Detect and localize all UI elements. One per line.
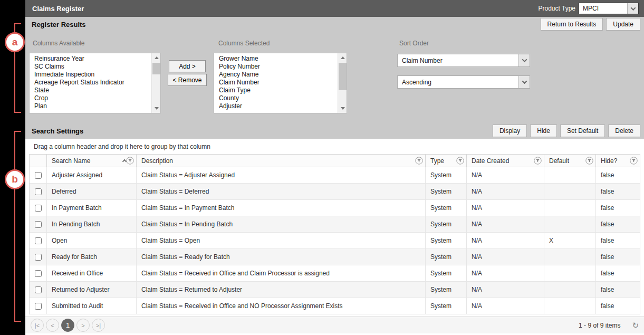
table-body: Adjuster AssignedClaim Status = Adjuster… <box>30 167 640 314</box>
next-page-button[interactable]: > <box>76 319 90 332</box>
row-checkbox[interactable] <box>35 221 42 228</box>
listbox-option[interactable]: State <box>34 87 151 94</box>
row-checkbox[interactable] <box>35 286 42 293</box>
scroll-up-icon[interactable] <box>338 53 347 62</box>
column-header-search-name[interactable]: Search Name <box>47 155 137 167</box>
listbox-option[interactable]: Policy Number <box>219 63 338 71</box>
scrollbar-thumb[interactable] <box>339 63 347 90</box>
listbox-option[interactable]: Claim Type <box>219 87 338 94</box>
delete-button[interactable]: Delete <box>608 125 640 137</box>
current-page-button[interactable]: 1 <box>61 319 74 332</box>
table-row[interactable]: In Payment BatchClaim Status = In Paymen… <box>30 200 640 216</box>
sort-direction-select[interactable]: Ascending <box>397 75 530 89</box>
listbox-option[interactable]: Crop <box>34 94 151 102</box>
cell-description: Claim Status = Open <box>137 233 426 248</box>
listbox-option[interactable]: Acreage Report Status Indicator <box>34 79 151 87</box>
set-default-button[interactable]: Set Default <box>560 125 605 137</box>
select-all-header-cell[interactable] <box>30 155 47 167</box>
listbox-option[interactable]: Reinsurance Year <box>34 55 151 63</box>
row-checkbox[interactable] <box>35 254 42 261</box>
listbox-option[interactable]: Claim Number <box>219 79 338 87</box>
group-by-drop-zone[interactable]: Drag a column header and drop it here to… <box>29 139 640 155</box>
prev-page-button[interactable]: < <box>46 319 59 332</box>
listbox-option[interactable]: SC Claims <box>34 63 151 71</box>
filter-icon[interactable] <box>456 157 464 165</box>
cell-date-created: N/A <box>467 167 544 183</box>
row-checkbox[interactable] <box>35 303 42 310</box>
listbox-option[interactable]: Grower Name <box>219 55 338 63</box>
product-type-select[interactable]: MPCI <box>579 3 639 14</box>
row-checkbox-cell <box>30 216 47 232</box>
columns-available-listbox[interactable]: Reinsurance YearSC ClaimsImmediate Inspe… <box>29 53 161 113</box>
filter-icon[interactable] <box>585 157 593 165</box>
cell-default <box>544 282 596 298</box>
return-to-results-button[interactable]: Return to Results <box>541 18 603 31</box>
filter-icon[interactable] <box>534 157 542 165</box>
table-row[interactable]: In Pending BatchClaim Status = In Pendin… <box>30 216 640 233</box>
scroll-down-icon[interactable] <box>338 104 347 113</box>
scrollbar-thumb[interactable] <box>152 63 160 74</box>
last-page-button[interactable]: >| <box>92 319 105 332</box>
remove-column-button[interactable]: < Remove <box>168 74 207 86</box>
hide-button[interactable]: Hide <box>530 125 557 137</box>
columns-selected-listbox[interactable]: Grower NamePolicy NumberAgency NameClaim… <box>214 53 347 113</box>
scroll-up-icon[interactable] <box>152 53 161 62</box>
update-button[interactable]: Update <box>606 18 640 31</box>
row-checkbox[interactable] <box>35 237 42 244</box>
column-header-hide[interactable]: Hide? <box>596 155 640 167</box>
refresh-icon[interactable]: ↻ <box>632 321 639 330</box>
row-checkbox[interactable] <box>35 205 42 212</box>
columns-available-items: Reinsurance YearSC ClaimsImmediate Inspe… <box>30 53 151 113</box>
listbox-option[interactable]: Adjuster <box>219 102 338 110</box>
filter-icon[interactable] <box>630 157 638 165</box>
cell-date-created: N/A <box>467 282 544 298</box>
cell-description: Claim Status = Ready for Batch <box>137 249 426 265</box>
scroll-down-icon[interactable] <box>152 104 161 113</box>
column-header-date-created[interactable]: Date Created <box>467 155 544 167</box>
table-row[interactable]: Received in OfficeClaim Status = Receive… <box>30 265 640 282</box>
table-row[interactable]: OpenClaim Status = OpenSystemN/AXfalse <box>30 233 640 249</box>
bracket-a-top-tick <box>14 23 21 24</box>
cell-hide: false <box>596 200 640 216</box>
table-row[interactable]: Submitted to AuditClaim Status = Receive… <box>30 298 640 314</box>
cell-description: Claim Status = Received in Office and NO… <box>137 298 426 314</box>
table-row[interactable]: Ready for BatchClaim Status = Ready for … <box>30 249 640 265</box>
table-row[interactable]: Returned to AdjusterClaim Status = Retur… <box>30 282 640 298</box>
cell-description: Claim Status = Received in Office and Cl… <box>137 265 426 281</box>
row-checkbox[interactable] <box>35 172 42 179</box>
row-checkbox-cell <box>30 249 47 265</box>
row-checkbox-cell <box>30 298 47 314</box>
bracket-b-bottom-tick <box>14 321 21 322</box>
row-checkbox-cell <box>30 233 47 248</box>
columns-available-scrollbar[interactable] <box>151 53 160 113</box>
listbox-option[interactable]: Plan <box>34 102 151 110</box>
row-checkbox[interactable] <box>35 270 42 277</box>
columns-available-label: Columns Available <box>33 40 85 47</box>
cell-search-name: In Payment Batch <box>47 200 137 216</box>
search-settings-buttons: Display Hide Set Default Delete <box>493 125 640 137</box>
listbox-option[interactable]: Immediate Inspection <box>34 71 151 79</box>
column-header-default[interactable]: Default <box>544 155 596 167</box>
display-button[interactable]: Display <box>493 125 527 137</box>
table-row[interactable]: Adjuster AssignedClaim Status = Adjuster… <box>30 167 640 184</box>
cell-default <box>544 167 596 183</box>
cell-search-name: Open <box>47 233 137 248</box>
add-column-button[interactable]: Add > <box>169 60 206 72</box>
cell-date-created: N/A <box>467 298 544 314</box>
listbox-option[interactable]: Agency Name <box>219 71 338 79</box>
cell-description: Claim Status = Adjuster Assigned <box>137 167 426 183</box>
product-type-value: MPCI <box>579 5 627 12</box>
listbox-option[interactable]: County <box>219 94 338 102</box>
row-checkbox[interactable] <box>35 188 42 195</box>
cell-description: Claim Status = Returned to Adjuster <box>137 282 426 298</box>
sort-field-select[interactable]: Claim Number <box>397 54 530 67</box>
columns-selected-scrollbar[interactable] <box>338 53 347 113</box>
column-header-type[interactable]: Type <box>426 155 467 167</box>
filter-icon[interactable] <box>126 157 134 165</box>
first-page-button[interactable]: |< <box>31 319 44 332</box>
table-row[interactable]: DeferredClaim Status = DeferredSystemN/A… <box>30 184 640 200</box>
filter-icon[interactable] <box>415 157 423 165</box>
column-header-description[interactable]: Description <box>137 155 426 167</box>
cell-type: System <box>426 233 467 248</box>
cell-search-name: Received in Office <box>47 265 137 281</box>
